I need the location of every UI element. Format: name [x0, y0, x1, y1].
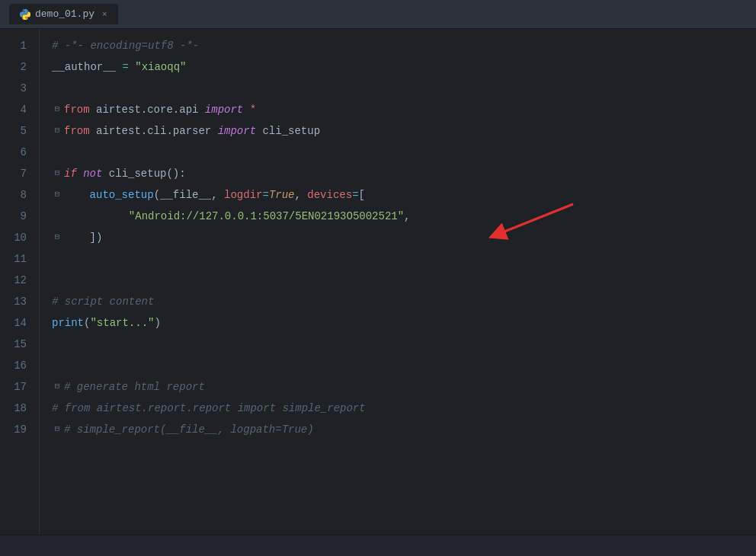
code-line-13: # script content [52, 291, 756, 312]
bracket-8: [ [359, 184, 365, 206]
line-num-10: 10 [0, 227, 27, 248]
line-num-13: 13 [0, 291, 27, 312]
fold-icon-5[interactable]: ⊟ [52, 125, 62, 136]
title-bar: demo_01.py × [0, 0, 756, 29]
logdir-param: logdir [224, 184, 262, 206]
code-line-18: # from airtest.report.report import simp… [52, 398, 756, 419]
code-line-2: __author__ = "xiaoqq" [52, 56, 756, 78]
logdir-val: True [269, 184, 295, 206]
line-num-3: 3 [0, 78, 27, 99]
print-close: ) [154, 312, 160, 334]
line-num-5: 5 [0, 120, 27, 142]
line-num-1: 1 [0, 35, 27, 56]
paren-8: ( [154, 184, 160, 206]
fold-icon-10[interactable]: ⊟ [52, 232, 62, 242]
python-icon [20, 9, 30, 20]
indent-9 [52, 206, 129, 227]
line-num-7: 7 [0, 163, 27, 184]
comment-from: # from airtest.report.report import simp… [52, 398, 366, 419]
line-num-4: 4 [0, 99, 27, 120]
print-string: "start..." [90, 312, 154, 334]
line-num-16: 16 [0, 355, 27, 376]
line-num-11: 11 [0, 248, 27, 270]
line-num-19: 19 [0, 419, 27, 440]
kw-not-7: not [83, 163, 102, 184]
comma-9: , [404, 206, 410, 227]
code-line-6 [52, 142, 756, 163]
devices-eq: = [352, 184, 358, 206]
module-4: airtest.core.api [90, 99, 205, 120]
comment-script: # script content [52, 291, 154, 312]
indent-10: ]) [64, 227, 102, 248]
code-line-16 [52, 355, 756, 376]
if-body-7: cli_setup(): [102, 163, 185, 184]
kw-from-5: from [64, 120, 90, 142]
code-content[interactable]: # -*- encoding=utf8 -*- __author__ = "xi… [40, 29, 756, 535]
code-line-17: ⊟ # generate html report [52, 376, 756, 398]
kw-if-7: if [64, 163, 83, 184]
comment-gen: # generate html report [64, 376, 205, 398]
code-line-12 [52, 270, 756, 291]
code-line-1: # -*- encoding=utf8 -*- [52, 35, 756, 56]
line-num-17: 17 [0, 376, 27, 398]
tab-close-button[interactable]: × [102, 10, 107, 19]
kw-from-4: from [64, 99, 90, 120]
line-numbers: 1 2 3 4 5 6 7 8 9 10 11 12 13 14 15 16 1… [0, 29, 40, 535]
line-num-9: 9 [0, 206, 27, 227]
kw-import-4: import [205, 99, 243, 120]
print-paren: ( [84, 312, 90, 334]
file-tab[interactable]: demo_01.py × [9, 4, 118, 24]
code-line-4: ⊟ from airtest.core.api import * [52, 99, 756, 120]
func-8: auto_setup [90, 184, 154, 206]
fold-icon-4[interactable]: ⊟ [52, 104, 62, 114]
module-5: airtest.cli.parser [90, 120, 218, 142]
code-line-14: print ( "start..." ) [52, 312, 756, 334]
asterisk-4: * [243, 99, 256, 120]
cli-setup-5: cli_setup [256, 120, 320, 142]
fold-icon-17[interactable]: ⊟ [52, 381, 62, 391]
line-num-18: 18 [0, 398, 27, 419]
logdir-eq: = [262, 184, 268, 206]
devices-param: devices [307, 184, 352, 206]
author-equals: = [116, 56, 135, 78]
code-line-9: "Android://127.0.0.1:5037/5EN02193O50025… [52, 206, 756, 227]
code-line-7: ⊟ if not cli_setup(): [52, 163, 756, 184]
bottom-bar [0, 535, 756, 556]
line-num-8: 8 [0, 184, 27, 206]
comment-encoding: # -*- encoding=utf8 -*- [52, 35, 199, 56]
fold-icon-7[interactable]: ⊟ [52, 168, 62, 178]
comma-8: , [211, 184, 224, 206]
file-dunder-8: __file__ [160, 184, 211, 206]
device-string-9: "Android://127.0.0.1:5037/5EN02193O50025… [129, 206, 404, 227]
kw-import-5: import [218, 120, 256, 142]
fold-icon-19[interactable]: ⊟ [52, 423, 62, 434]
line-num-2: 2 [0, 56, 27, 78]
line-num-14: 14 [0, 312, 27, 334]
code-line-8: ⊟ auto_setup ( __file__ , logdir = True … [52, 184, 756, 206]
tab-filename: demo_01.py [35, 8, 94, 20]
editor-area: 1 2 3 4 5 6 7 8 9 10 11 12 13 14 15 16 1… [0, 29, 756, 556]
code-line-15 [52, 334, 756, 355]
author-value: "xiaoqq" [135, 56, 186, 78]
line-num-12: 12 [0, 270, 27, 291]
comment-simple-report: # simple_report(__file__, logpath=True) [64, 419, 314, 440]
code-line-19: ⊟ # simple_report(__file__, logpath=True… [52, 419, 756, 440]
code-line-5: ⊟ from airtest.cli.parser import cli_set… [52, 120, 756, 142]
code-line-11 [52, 248, 756, 270]
indent-8 [64, 184, 90, 206]
line-num-6: 6 [0, 142, 27, 163]
author-dunder: __author__ [52, 56, 116, 78]
code-area: 1 2 3 4 5 6 7 8 9 10 11 12 13 14 15 16 1… [0, 29, 756, 535]
print-func: print [52, 312, 84, 334]
line-num-15: 15 [0, 334, 27, 355]
code-line-3 [52, 78, 756, 99]
comma2-8: , [295, 184, 308, 206]
fold-icon-8[interactable]: ⊟ [52, 189, 62, 200]
code-line-10: ⊟ ]) [52, 227, 756, 248]
